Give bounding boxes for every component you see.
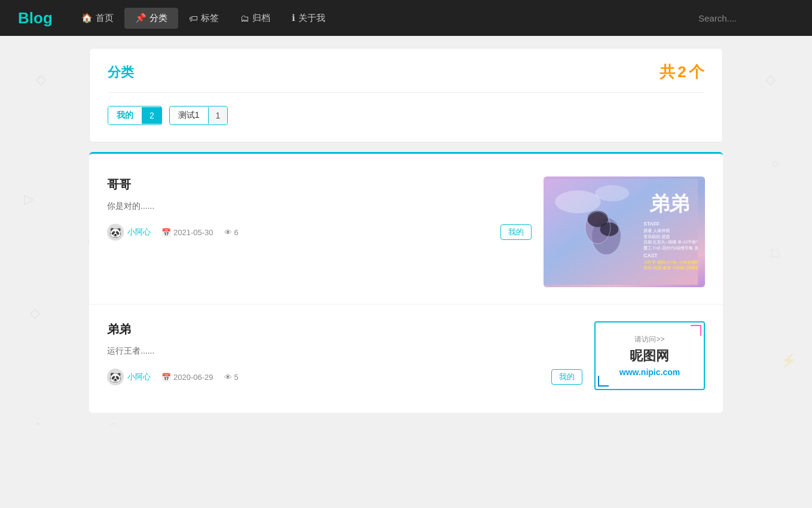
post-author-1[interactable]: 🐼 小阿心: [107, 224, 151, 241]
count-number: 2: [677, 63, 686, 81]
svg-point-2: [595, 185, 629, 202]
category-icon: 📌: [135, 13, 146, 23]
thumb-art-1: 弟 弟 STAFF 原著 人体伴我 音乐组织 进选 后期 红彩丸▪ 桃橘 单▪1…: [544, 177, 705, 287]
deco-diamond-2: ◇: [765, 72, 776, 87]
calendar-icon-1: 📅: [161, 228, 171, 237]
svg-text:弟: 弟: [649, 192, 670, 215]
svg-text:CAST: CAST: [643, 253, 658, 258]
svg-text:STAFF: STAFF: [643, 221, 660, 227]
svg-text:小叶平 稻田小7号▪ 小特皮嘿嘿: 小叶平 稻田小7号▪ 小特皮嘿嘿: [643, 260, 698, 264]
post-item-2: 弟弟 运行王者...... 🐼 小阿心 📅 2020-06-29 👁: [89, 305, 723, 407]
eye-icon-1: 👁: [224, 228, 232, 237]
post-content-2: 弟弟 运行王者...... 🐼 小阿心 📅 2020-06-29 👁: [107, 321, 582, 385]
deco-diamond-1: ◇: [36, 72, 46, 87]
nipic-title: 昵图网: [619, 347, 680, 365]
post-thumbnail-1: 弟 弟 STAFF 原著 人体伴我 音乐组织 进选 后期 红彩丸▪ 桃橘 单▪1…: [544, 177, 705, 287]
post-category-tag-1[interactable]: 我的: [500, 224, 532, 240]
nav-category[interactable]: 📌 分类: [124, 8, 178, 29]
nav-archive[interactable]: 🗂 归档: [230, 8, 281, 29]
deco-square-1: □: [771, 245, 779, 261]
calendar-icon-2: 📅: [161, 373, 171, 382]
nav-home[interactable]: 🏠 首页: [71, 8, 124, 29]
svg-text:覆工 FnE·花时代4场情字集 直也: 覆工 FnE·花时代4场情字集 直也: [643, 245, 698, 251]
posts-card: 哥哥 你是对的...... 🐼 小阿心 📅 2021-05-30 👁: [89, 152, 723, 413]
post-thumbnail-2: 请访问>> 昵图网 www.nipic.com: [594, 321, 705, 390]
category-count: 共 2 个: [660, 62, 704, 83]
nav-about[interactable]: ℹ 关于我: [281, 8, 336, 29]
post-author-2[interactable]: 🐼 小阿心: [107, 369, 151, 385]
deco-diamond-3: ◇: [30, 305, 40, 321]
post-date-2: 📅 2020-06-29: [161, 373, 213, 382]
nav-items: 🏠 首页 📌 分类 🏷 标签 🗂 归档 ℹ 关于我: [71, 8, 698, 29]
post-title-1[interactable]: 哥哥: [107, 177, 532, 193]
svg-point-1: [555, 190, 600, 213]
category-title-row: 分类 共 2 个: [108, 62, 704, 93]
deco-triangle-1: ▷: [24, 191, 34, 207]
deco-circle-1: ○: [771, 156, 779, 171]
post-category-tag-2[interactable]: 我的: [551, 369, 582, 385]
thumb-svg-1: 弟 弟 STAFF 原著 人体伴我 音乐组织 进选 后期 红彩丸▪ 桃橘 单▪1…: [544, 177, 698, 287]
post-meta-2: 🐼 小阿心 📅 2020-06-29 👁 5 我的: [107, 369, 582, 385]
site-logo[interactable]: Blog: [18, 9, 53, 28]
post-excerpt-1: 你是对的......: [107, 201, 532, 212]
svg-text:弟: 弟: [669, 192, 689, 215]
post-views-2: 👁 5: [224, 373, 239, 382]
category-tags: 我的 2 测试1 1: [108, 106, 704, 125]
deco-bolt-1: ⚡: [780, 353, 796, 369]
post-title-2[interactable]: 弟弟: [107, 321, 582, 337]
cat-tag-test1[interactable]: 测试1 1: [169, 106, 228, 125]
post-item: 哥哥 你是对的...... 🐼 小阿心 📅 2021-05-30 👁: [89, 160, 723, 305]
svg-text:原著 人体伴我: 原著 人体伴我: [643, 228, 670, 233]
svg-text:音乐组织 进选: 音乐组织 进选: [643, 234, 670, 239]
post-views-1: 👁 6: [224, 228, 239, 237]
svg-text:后期 红彩丸▪ 桃橘 单▪10平衡字▪: 后期 红彩丸▪ 桃橘 单▪10平衡字▪: [643, 239, 698, 245]
search-input[interactable]: [698, 13, 794, 23]
deco-diamond-4: ◇: [33, 419, 43, 425]
post-meta-1: 🐼 小阿心 📅 2021-05-30 👁 6 我的: [107, 224, 532, 241]
navbar: Blog 🏠 首页 📌 分类 🏷 标签 🗂 归档 ℹ 关于我: [0, 0, 812, 36]
corner-deco-bl: [598, 376, 609, 387]
cat-tag-mine[interactable]: 我的 2: [108, 106, 162, 125]
post-content-1: 哥哥 你是对的...... 🐼 小阿心 📅 2021-05-30 👁: [107, 177, 532, 241]
avatar-2: 🐼: [107, 369, 124, 385]
post-date-1: 📅 2021-05-30: [161, 228, 213, 237]
category-title: 分类: [108, 63, 134, 81]
tag-icon: 🏷: [189, 13, 198, 23]
home-icon: 🏠: [81, 13, 93, 23]
info-icon: ℹ: [292, 13, 295, 23]
eye-icon-2: 👁: [224, 373, 232, 382]
corner-deco-tr: [691, 325, 701, 336]
page-content: 分类 共 2 个 我的 2 测试1 1: [89, 36, 723, 425]
nipic-watermark: 请访问>> 昵图网 www.nipic.com: [619, 334, 680, 377]
nav-tags[interactable]: 🏷 标签: [178, 8, 230, 29]
svg-text:弟弟 桃道▪桌情 小刘娘 [清晰版]: 弟弟 桃道▪桌情 小刘娘 [清晰版]: [643, 265, 698, 270]
post-excerpt-2: 运行王者......: [107, 346, 582, 357]
archive-icon: 🗂: [240, 13, 249, 23]
search-box: [698, 13, 794, 23]
category-header-card: 分类 共 2 个 我的 2 测试1 1: [89, 48, 723, 142]
nipic-url: www.nipic.com: [619, 367, 680, 377]
avatar-1: 🐼: [107, 224, 124, 241]
